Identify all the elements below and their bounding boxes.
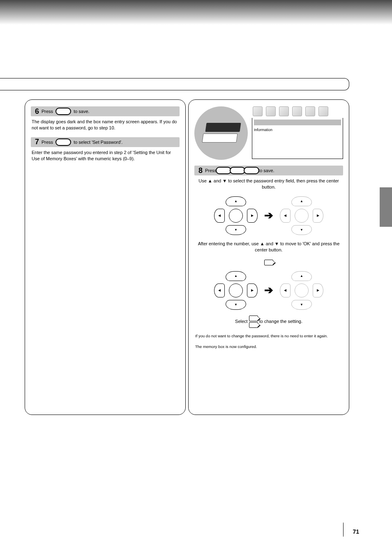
step-6-band: 6 Press to save. xyxy=(31,106,180,116)
dpad-right-icon: ▶ xyxy=(313,283,323,297)
dpad-row-2: ▲ ◀ ▶ ▼ ➔ ▲ ◀ ▶ ▼ xyxy=(194,271,343,310)
step-6-before: Press xyxy=(42,109,53,114)
dpad-right-icon: ▶ xyxy=(247,209,258,223)
page-number: 71 xyxy=(353,528,359,535)
dpad-down-icon: ▼ xyxy=(291,225,312,235)
dpad-left-icon: ◀ xyxy=(214,283,225,297)
page-number-rule xyxy=(343,523,344,537)
info-box: Information xyxy=(252,118,343,159)
feature-icon xyxy=(318,106,328,116)
step-7-band: 7 Press to select 'Set Password'. xyxy=(31,137,180,147)
feature-icon xyxy=(253,106,263,116)
dpad-up-icon: ▲ xyxy=(291,271,312,281)
dpad-left-icon: ◀ xyxy=(214,209,225,223)
step-8-line3: Select to change the setting. xyxy=(195,316,342,328)
dpad-up-icon: ▲ xyxy=(291,196,312,206)
feature-icon xyxy=(305,106,315,116)
arrow-right-icon: ➔ xyxy=(264,284,273,297)
dpad-active: ▲ ◀ ▶ ▼ xyxy=(214,271,258,310)
dpad-down-icon: ▼ xyxy=(226,225,246,235)
button-pill-trio-icon xyxy=(217,167,258,174)
dpad-row-1: ▲ ◀ ▶ ▼ ➔ ▲ ◀ ▶ ▼ xyxy=(194,196,343,235)
info-box-band xyxy=(254,120,341,125)
dpad-center-icon xyxy=(295,209,309,223)
step-8-line5: The memory box is now configured. xyxy=(195,344,342,349)
arrow-right-icon: ➔ xyxy=(264,209,273,222)
dpad-left-icon: ◀ xyxy=(280,283,291,297)
info-label: Information xyxy=(254,128,341,132)
right-column: Information 8 Press to save. Use ▲ and ▼… xyxy=(188,99,349,415)
step-8-band: 8 Press to save. xyxy=(194,166,343,175)
step-8-note-icon-line xyxy=(195,259,342,265)
dpad-left-icon: ◀ xyxy=(280,209,291,223)
dpad-right-icon: ▶ xyxy=(247,283,258,297)
left-column: 6 Press to save. The display goes dark a… xyxy=(25,99,186,415)
step-7-before: Press xyxy=(42,140,53,145)
side-tab xyxy=(380,187,392,227)
step-6-after: to save. xyxy=(74,109,90,114)
button-pill-icon xyxy=(55,138,71,146)
device-illustration xyxy=(194,106,248,160)
step-7-after: to select 'Set Password'. xyxy=(74,140,122,145)
dpad-center-icon xyxy=(295,283,309,297)
dpad-center-icon xyxy=(229,283,243,297)
feature-icon-row xyxy=(252,106,343,116)
step-8-line2: After entering the number, use ▲ and ▼ t… xyxy=(195,241,342,253)
feature-icon xyxy=(279,106,289,116)
step-6-body: The display goes dark and the box name e… xyxy=(32,119,179,131)
step-8-line4: If you do not want to change the passwor… xyxy=(195,334,342,339)
dpad-faded: ▲ ◀ ▶ ▼ xyxy=(280,271,323,310)
tag-icon xyxy=(264,260,273,265)
button-pill-icon xyxy=(55,108,71,115)
step-6-number: 6 xyxy=(31,107,42,116)
dpad-up-icon: ▲ xyxy=(226,271,246,281)
dpad-down-icon: ▼ xyxy=(226,300,246,310)
info-header: Information xyxy=(194,106,343,160)
step-7-body: Enter the same password you entered in s… xyxy=(32,150,179,162)
dpad-faded: ▲ ◀ ▶ ▼ xyxy=(280,196,323,235)
double-tag-icon xyxy=(249,316,258,328)
dpad-up-icon: ▲ xyxy=(226,196,246,206)
section-header-bar xyxy=(0,78,349,90)
page-top-gradient xyxy=(0,0,392,25)
step-7-number: 7 xyxy=(31,138,42,146)
dpad-right-icon: ▶ xyxy=(313,209,323,223)
step-8-line1: Use ▲ and ▼ to select the password entry… xyxy=(195,178,342,191)
dpad-down-icon: ▼ xyxy=(291,300,312,310)
feature-icon xyxy=(292,106,302,116)
dpad-center-icon xyxy=(229,209,243,223)
step-8-after: to save. xyxy=(258,168,274,173)
step-8-number: 8 xyxy=(194,166,205,175)
dpad-active: ▲ ◀ ▶ ▼ xyxy=(214,196,258,235)
step-8-before: Press xyxy=(205,168,217,173)
feature-icon xyxy=(266,106,276,116)
